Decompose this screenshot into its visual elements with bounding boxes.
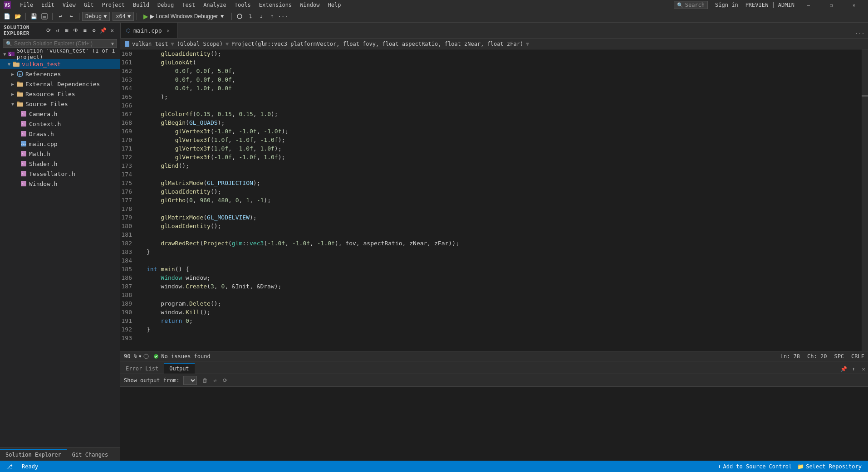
platform-dropdown[interactable]: x64 ▼ <box>113 12 134 21</box>
line-numbers: 1601611621631641651661671681691701711721… <box>120 49 143 351</box>
project-node[interactable]: ▼ vulkan_test <box>0 59 120 69</box>
output-content[interactable] <box>120 387 868 461</box>
search-dropdown-icon[interactable]: ▼ <box>111 41 114 46</box>
sidebar-bottom-tabs: Solution Explorer Git Changes <box>0 447 120 461</box>
menu-tools[interactable]: Tools <box>231 1 255 9</box>
title-search[interactable]: 🔍 Search <box>674 1 708 9</box>
git-changes-tab[interactable]: Git Changes <box>67 449 113 460</box>
menu-edit[interactable]: Edit <box>38 1 58 9</box>
output-clear-btn[interactable]: 🗑 <box>201 376 210 385</box>
solution-explorer-tab[interactable]: Solution Explorer <box>0 449 67 460</box>
filter-btn[interactable]: ≡ <box>81 26 89 34</box>
svg-rect-13 <box>17 102 20 103</box>
camera-arrow-icon <box>16 110 20 117</box>
step-out-btn[interactable]: ↑ <box>267 11 277 21</box>
tess-arrow-icon <box>16 170 20 177</box>
nav-scope-label[interactable]: (Global Scope) <box>177 41 223 47</box>
toolbar: 📄 📂 💾 ↩ ↪ Debug ▼ x64 ▼ ▶ ▶ Local Window… <box>0 10 868 23</box>
sign-in-button[interactable]: Sign in <box>711 2 742 8</box>
references-node[interactable]: ▶ ⊕ References <box>0 69 120 79</box>
svg-rect-11 <box>17 92 20 93</box>
nav-function-label[interactable]: Project(glm::vec3 platformVector, float … <box>231 41 523 47</box>
save-btn[interactable]: 💾 <box>29 11 39 21</box>
add-to-source-control-item[interactable]: ⬆ Add to Source Control <box>715 463 794 470</box>
panel-float-btn[interactable]: ⬆ <box>849 365 858 374</box>
menu-analyze[interactable]: Analyze <box>200 1 230 9</box>
nav-breadcrumb: vulkan_test ▼ (Global Scope) ▼ Project(g… <box>124 41 864 47</box>
tab-more-btn[interactable]: ··· <box>855 29 864 38</box>
code-content[interactable]: glLoadIdentity(); gluLookAt( 0.0f, 0.0f,… <box>143 49 862 351</box>
sync-btn[interactable]: ⟳ <box>44 26 53 34</box>
close-button[interactable]: ✕ <box>843 0 864 10</box>
right-scrollbar[interactable] <box>862 49 868 351</box>
resource-files-node[interactable]: ▶ Resource Files <box>0 89 120 99</box>
step-over-btn[interactable]: ⤵ <box>245 11 255 21</box>
menu-extensions[interactable]: Extensions <box>255 1 295 9</box>
draws-file-icon: h <box>20 130 27 137</box>
menu-file[interactable]: File <box>16 1 37 9</box>
select-repository-item[interactable]: 📁 Select Repository <box>794 463 864 470</box>
main-cpp-tab[interactable]: ⬡ main.cpp ✕ <box>120 23 178 38</box>
open-btn[interactable]: 📂 <box>13 11 23 21</box>
shader-h-label: Shader.h <box>29 161 58 167</box>
git-branch-item[interactable]: ⎇ <box>4 461 15 472</box>
pin-btn[interactable]: 📌 <box>99 26 107 34</box>
panel-pin-btn[interactable]: 📌 <box>839 365 848 374</box>
menu-project[interactable]: Project <box>98 1 128 9</box>
show-all-btn[interactable]: 👁 <box>72 26 80 34</box>
output-wrap-btn[interactable]: ⇌ <box>211 376 220 385</box>
code-editor[interactable]: 1601611621631641651661671681691701711721… <box>120 49 862 351</box>
menu-build[interactable]: Build <box>129 1 153 9</box>
solution-search[interactable]: 🔍 ▼ <box>3 39 117 48</box>
menu-window[interactable]: Window <box>296 1 323 9</box>
error-list-tab[interactable]: Error List <box>120 363 164 374</box>
more-toolbar-btn[interactable]: ··· <box>278 11 288 21</box>
window-controls: — ❐ ✕ <box>798 0 864 10</box>
menu-help[interactable]: Help <box>324 1 344 9</box>
panel-close-btn[interactable]: ✕ <box>859 365 868 374</box>
context-h-node[interactable]: h Context.h <box>0 119 120 129</box>
menu-view[interactable]: View <box>59 1 79 9</box>
status-zoom[interactable]: 90 % ▼ <box>124 353 149 360</box>
nav-file-label[interactable]: vulkan_test <box>132 41 168 47</box>
external-deps-node[interactable]: ▶ External Dependencies <box>0 79 120 89</box>
main-layout: Solution Explorer ⟳ ↺ ⊞ 👁 ≡ ⚙ 📌 ✕ 🔍 ▼ ▼ <box>0 23 868 461</box>
properties-btn[interactable]: ⚙ <box>90 26 98 34</box>
breakpoint-btn[interactable] <box>235 11 245 21</box>
menu-test[interactable]: Test <box>178 1 199 9</box>
source-folder-icon <box>16 100 24 107</box>
step-into-btn[interactable]: ↓ <box>256 11 266 21</box>
solution-search-input[interactable] <box>14 40 109 47</box>
maximize-button[interactable]: ❐ <box>821 0 842 10</box>
menu-debug[interactable]: Debug <box>154 1 177 9</box>
redo-btn[interactable]: ↪ <box>66 11 76 21</box>
close-panel-btn[interactable]: ✕ <box>108 26 116 34</box>
camera-h-node[interactable]: h Camera.h <box>0 109 120 119</box>
save-all-btn[interactable] <box>39 11 49 21</box>
minimize-button[interactable]: — <box>798 0 819 10</box>
window-h-node[interactable]: h Window.h <box>0 179 120 189</box>
refresh-btn[interactable]: ↺ <box>54 26 62 34</box>
show-output-label: Show output from: <box>124 377 180 384</box>
math-h-node[interactable]: h Math.h <box>0 149 120 159</box>
shader-h-node[interactable]: h Shader.h <box>0 159 120 169</box>
window-h-label: Window.h <box>29 180 58 187</box>
debug-config-dropdown[interactable]: Debug ▼ <box>82 12 110 21</box>
undo-btn[interactable]: ↩ <box>55 11 65 21</box>
tab-close-icon[interactable]: ✕ <box>165 27 172 34</box>
svg-text:S: S <box>9 53 11 57</box>
solution-node[interactable]: ▼ S Solution 'vulkan_test' (1 of 1 proje… <box>0 49 120 59</box>
collapse-all-btn[interactable]: ⊞ <box>63 26 71 34</box>
output-refresh-btn[interactable]: ⟳ <box>221 376 230 385</box>
output-tab[interactable]: Output <box>164 363 194 374</box>
new-file-btn[interactable]: 📄 <box>2 11 12 21</box>
main-cpp-node[interactable]: c++ main.cpp <box>0 139 120 149</box>
scroll-thumb[interactable] <box>862 95 868 97</box>
output-source-select[interactable] <box>183 376 197 385</box>
source-files-node[interactable]: ▼ Source Files <box>0 99 120 109</box>
tessellator-h-node[interactable]: h Tessellator.h <box>0 169 120 179</box>
draws-h-node[interactable]: h Draws.h <box>0 129 120 139</box>
output-toolbar-btns: 🗑 ⇌ ⟳ <box>201 376 230 385</box>
menu-git[interactable]: Git <box>80 1 98 9</box>
run-debugger-button[interactable]: ▶ ▶ Local Windows Debugger ▼ <box>140 12 228 21</box>
